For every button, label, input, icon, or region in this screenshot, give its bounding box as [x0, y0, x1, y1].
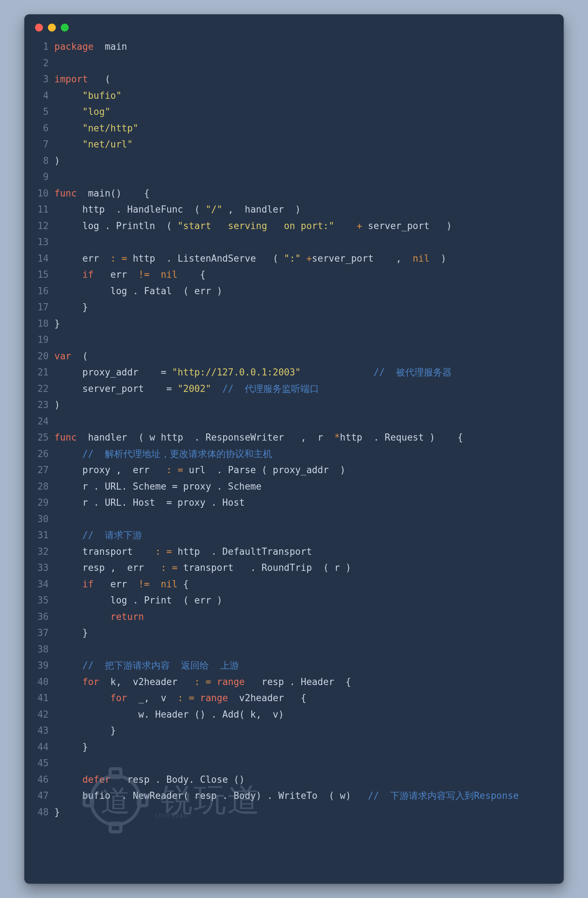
line-content: bufio . NewReader( resp . Body) . WriteT…	[54, 788, 554, 804]
line-content	[54, 511, 554, 527]
line-number: 27	[34, 462, 54, 478]
code-line: 23)	[34, 397, 554, 414]
code-line: 18}	[34, 316, 554, 332]
code-line: 47 bufio . NewReader( resp . Body) . Wri…	[34, 788, 554, 804]
code-line: 35 log . Print ( err )	[34, 592, 554, 609]
line-content: func main() {	[54, 185, 554, 202]
line-number: 30	[34, 511, 54, 527]
line-content: }	[54, 299, 554, 316]
line-number: 6	[34, 120, 54, 137]
line-number: 16	[34, 283, 54, 300]
line-number: 32	[34, 544, 54, 560]
line-content	[54, 234, 554, 251]
line-number: 41	[34, 690, 54, 707]
maximize-icon[interactable]	[61, 24, 69, 31]
code-line: 48}	[34, 804, 554, 821]
line-content: )	[54, 397, 554, 414]
line-content: proxy_addr = "http://127.0.0.1:2003" // …	[54, 364, 554, 381]
line-content: "net/http"	[54, 120, 554, 137]
line-content: }	[54, 723, 554, 739]
line-number: 22	[34, 381, 54, 397]
line-number: 23	[34, 397, 54, 414]
line-number: 34	[34, 576, 54, 593]
line-number: 39	[34, 658, 54, 674]
line-number: 11	[34, 201, 54, 218]
line-number: 29	[34, 495, 54, 511]
code-line: 12 log . Println ( "start serving on por…	[34, 218, 554, 234]
code-line: 6 "net/http"	[34, 120, 554, 137]
code-line: 14 err : = http . ListenAndServe ( ":" +…	[34, 251, 554, 267]
line-content: func handler ( w http . ResponseWriter ,…	[54, 429, 554, 446]
line-content: return	[54, 609, 554, 625]
line-content: for k, v2header : = range resp . Header …	[54, 674, 554, 690]
code-line: 28 r . URL. Scheme = proxy . Scheme	[34, 478, 554, 495]
code-line: 41 for _, v : = range v2header {	[34, 690, 554, 707]
code-line: 11 http . HandleFunc ( "/" , handler )	[34, 201, 554, 218]
line-number: 37	[34, 625, 54, 641]
line-number: 20	[34, 348, 54, 365]
code-line: 29 r . URL. Host = proxy . Host	[34, 495, 554, 511]
line-content: }	[54, 625, 554, 641]
line-content: for _, v : = range v2header {	[54, 690, 554, 707]
code-line: 26 // 解析代理地址，更改请求体的协议和主机	[34, 446, 554, 463]
code-line: 38	[34, 641, 554, 658]
code-line: 34 if err != nil {	[34, 576, 554, 593]
code-line: 17 }	[34, 299, 554, 316]
code-line: 22 server_port = "2002" // 代理服务监听端口	[34, 381, 554, 397]
line-content: if err != nil {	[54, 576, 554, 593]
line-number: 38	[34, 641, 54, 658]
line-number: 9	[34, 169, 54, 185]
close-icon[interactable]	[35, 24, 43, 31]
code-line: 2	[34, 55, 554, 72]
code-line: 3import (	[34, 71, 554, 88]
line-number: 19	[34, 332, 54, 348]
line-content	[54, 169, 554, 185]
code-line: 10func main() {	[34, 185, 554, 202]
line-content: w. Header () . Add( k, v)	[54, 707, 554, 723]
minimize-icon[interactable]	[48, 24, 56, 31]
line-number: 44	[34, 739, 54, 755]
code-line: 1package main	[34, 38, 554, 55]
code-line: 27 proxy , err : = url . Parse ( proxy_a…	[34, 462, 554, 478]
line-number: 33	[34, 560, 54, 576]
line-number: 25	[34, 429, 54, 446]
line-number: 15	[34, 267, 54, 283]
line-content: proxy , err : = url . Parse ( proxy_addr…	[54, 462, 554, 478]
line-content: log . Fatal ( err )	[54, 283, 554, 300]
line-number: 36	[34, 609, 54, 625]
code-line: 5 "log"	[34, 104, 554, 120]
code-area: 1package main23import (4 "bufio"5 "log"6…	[24, 34, 564, 830]
line-content: "log"	[54, 104, 554, 120]
code-line: 20var (	[34, 348, 554, 365]
code-line: 39 // 把下游请求内容 返回给 上游	[34, 658, 554, 674]
line-number: 40	[34, 674, 54, 690]
line-content: if err != nil {	[54, 267, 554, 283]
line-number: 24	[34, 414, 54, 430]
line-number: 5	[34, 104, 54, 120]
line-number: 35	[34, 592, 54, 609]
line-content: }	[54, 739, 554, 755]
line-number: 3	[34, 71, 54, 88]
code-line: 36 return	[34, 609, 554, 625]
line-content: var (	[54, 348, 554, 365]
code-line: 42 w. Header () . Add( k, v)	[34, 707, 554, 723]
line-content	[54, 755, 554, 772]
code-line: 45	[34, 755, 554, 772]
line-content: }	[54, 804, 554, 821]
line-number: 21	[34, 364, 54, 381]
line-content: // 解析代理地址，更改请求体的协议和主机	[54, 446, 554, 463]
code-line: 30	[34, 511, 554, 527]
line-number: 47	[34, 788, 54, 804]
code-line: 46 defer resp . Body. Close ()	[34, 772, 554, 788]
line-content	[54, 332, 554, 348]
line-number: 26	[34, 446, 54, 463]
code-line: 44 }	[34, 739, 554, 755]
line-content: server_port = "2002" // 代理服务监听端口	[54, 381, 554, 397]
code-line: 15 if err != nil {	[34, 267, 554, 283]
line-number: 28	[34, 478, 54, 495]
code-line: 7 "net/url"	[34, 136, 554, 153]
line-number: 8	[34, 153, 54, 169]
code-line: 19	[34, 332, 554, 348]
line-content: // 请求下游	[54, 527, 554, 544]
line-content: }	[54, 316, 554, 332]
